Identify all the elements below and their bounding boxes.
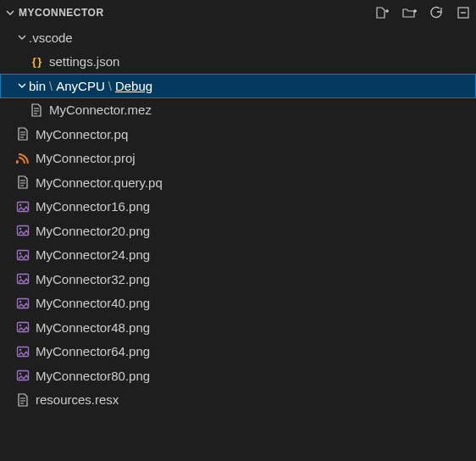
image-icon <box>15 296 30 311</box>
file-label: MyConnector40.png <box>36 296 150 310</box>
file-tree: .vscode { } settings.json bin\AnyCPU\Deb… <box>0 25 476 412</box>
refresh-icon[interactable] <box>429 5 444 20</box>
explorer-header[interactable]: MYCONNECTOR <box>0 0 476 25</box>
explorer-actions <box>374 5 471 20</box>
image-icon <box>15 223 30 238</box>
file-label: MyConnector24.png <box>36 247 150 262</box>
file-row[interactable]: MyConnector.pq <box>0 122 476 147</box>
file-label: MyConnector20.png <box>36 224 150 238</box>
file-row[interactable]: MyConnector24.png <box>0 243 476 268</box>
new-file-icon[interactable] <box>374 5 390 20</box>
proj-icon <box>15 151 30 166</box>
file-settings-json[interactable]: { } settings.json <box>0 50 476 75</box>
file-row[interactable]: MyConnector80.png <box>0 364 476 388</box>
file-label: settings.json <box>49 54 119 69</box>
file-label: resources.resx <box>36 392 119 407</box>
path-seg-bin: bin <box>29 79 46 93</box>
folder-bin-anycpu-debug[interactable]: bin\AnyCPU\Debug <box>0 74 476 98</box>
chevron-down-icon[interactable] <box>3 6 17 19</box>
path-seg-debug: Debug <box>115 79 152 93</box>
file-icon <box>29 103 44 118</box>
image-icon <box>15 199 30 214</box>
file-icon <box>15 175 30 190</box>
file-row[interactable]: MyConnector.proj <box>0 147 476 171</box>
file-label: MyConnector16.png <box>36 199 150 214</box>
image-icon <box>15 247 30 263</box>
file-icon <box>15 392 30 408</box>
chevron-down-icon <box>15 79 29 92</box>
json-icon: { } <box>29 54 44 69</box>
file-label: MyConnector.query.pq <box>36 175 163 190</box>
file-row[interactable]: resources.resx <box>0 388 476 413</box>
file-myconnector-mez[interactable]: MyConnector.mez <box>0 98 476 123</box>
file-label: MyConnector.mez <box>49 103 152 117</box>
file-row[interactable]: MyConnector20.png <box>0 219 476 243</box>
file-row[interactable]: MyConnector32.png <box>0 267 476 292</box>
file-label: MyConnector.proj <box>36 151 136 165</box>
file-label: MyConnector.pq <box>36 127 128 142</box>
file-row[interactable]: MyConnector48.png <box>0 315 476 340</box>
image-icon <box>15 368 30 383</box>
collapse-all-icon[interactable] <box>456 5 471 20</box>
file-row[interactable]: MyConnector.query.pq <box>0 170 476 195</box>
explorer-title: MYCONNECTOR <box>19 7 374 19</box>
image-icon <box>15 319 30 335</box>
path-seg-anycpu: AnyCPU <box>56 79 105 93</box>
file-label: MyConnector48.png <box>36 320 150 335</box>
file-label: MyConnector32.png <box>36 272 150 286</box>
folder-label: bin\AnyCPU\Debug <box>29 79 152 93</box>
file-row[interactable]: MyConnector16.png <box>0 195 476 219</box>
file-label: MyConnector80.png <box>36 369 150 383</box>
folder-label: .vscode <box>29 31 73 45</box>
file-icon <box>15 126 30 142</box>
chevron-down-icon <box>15 31 29 44</box>
new-folder-icon[interactable] <box>401 5 417 20</box>
file-row[interactable]: MyConnector64.png <box>0 340 476 364</box>
folder-vscode[interactable]: .vscode <box>0 25 476 50</box>
image-icon <box>15 271 30 286</box>
file-label: MyConnector64.png <box>36 344 150 358</box>
file-row[interactable]: MyConnector40.png <box>0 292 476 316</box>
image-icon <box>15 344 30 359</box>
